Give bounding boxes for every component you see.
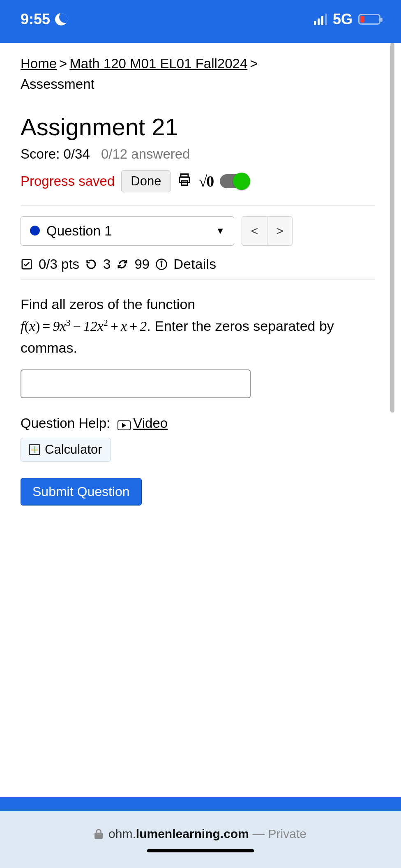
done-button[interactable]: Done [121, 170, 171, 192]
browser-chrome: ohm.lumenlearning.com — Private [0, 811, 401, 868]
divider [21, 205, 375, 206]
details-link[interactable]: Details [173, 256, 216, 272]
video-help-link[interactable]: Video [118, 416, 168, 431]
divider [21, 279, 375, 279]
network-label: 5G [333, 11, 353, 28]
checkbox-icon [21, 258, 33, 270]
score-label: Score: 0/34 [21, 146, 90, 162]
question-selector-label: Question 1 [46, 223, 112, 238]
svg-point-6 [161, 261, 162, 263]
math-mode-label: √0 [198, 172, 213, 190]
print-icon[interactable] [177, 172, 192, 190]
info-icon [155, 258, 168, 270]
status-time: 9:55 [21, 11, 50, 28]
do-not-disturb-icon [55, 13, 67, 25]
breadcrumb: Home>Math 120 M01 EL01 Fall2024> Assessm… [21, 53, 375, 94]
footer-strip [0, 797, 401, 811]
cell-signal-icon [314, 14, 327, 25]
breadcrumb-home[interactable]: Home [21, 56, 57, 71]
video-icon [118, 420, 131, 430]
attempts-value: 99 [134, 256, 150, 272]
home-indicator[interactable] [147, 849, 254, 852]
page-title: Assignment 21 [21, 113, 375, 141]
battery-icon [358, 14, 380, 25]
address-bar[interactable]: ohm.lumenlearning.com — Private [94, 827, 307, 841]
math-expression: f(x)=9x3−12x2+x+2 [21, 319, 147, 334]
retry-icon [85, 258, 97, 270]
submit-question-button[interactable]: Submit Question [21, 478, 142, 506]
progress-saved-label: Progress saved [21, 173, 115, 189]
breadcrumb-course[interactable]: Math 120 M01 EL01 Fall2024 [69, 56, 247, 71]
question-meta: 0/3 pts 3 99 Details [21, 256, 375, 272]
next-question-button[interactable]: > [267, 216, 293, 246]
prev-question-button[interactable]: < [242, 216, 267, 246]
lock-icon [94, 829, 103, 839]
breadcrumb-current: Assessment [21, 76, 94, 92]
question-status-dot-icon [30, 226, 40, 235]
points-label: 0/3 pts [39, 256, 79, 272]
answered-count: 0/12 answered [101, 146, 190, 162]
answer-input[interactable] [21, 369, 251, 398]
calculator-button[interactable]: Calculator [21, 438, 111, 462]
calculator-icon [29, 444, 40, 455]
chevron-down-icon: ▼ [216, 226, 225, 236]
retries-value: 3 [103, 256, 111, 272]
reattempt-icon [116, 258, 129, 270]
scrollbar[interactable] [390, 43, 394, 413]
question-text: Find all zeros of the function f(x)=9x3−… [21, 293, 375, 359]
math-mode-toggle[interactable] [220, 174, 249, 188]
question-selector[interactable]: Question 1 ▼ [21, 216, 234, 246]
status-bar: 9:55 5G [0, 0, 401, 43]
question-help-label: Question Help: [21, 416, 110, 431]
